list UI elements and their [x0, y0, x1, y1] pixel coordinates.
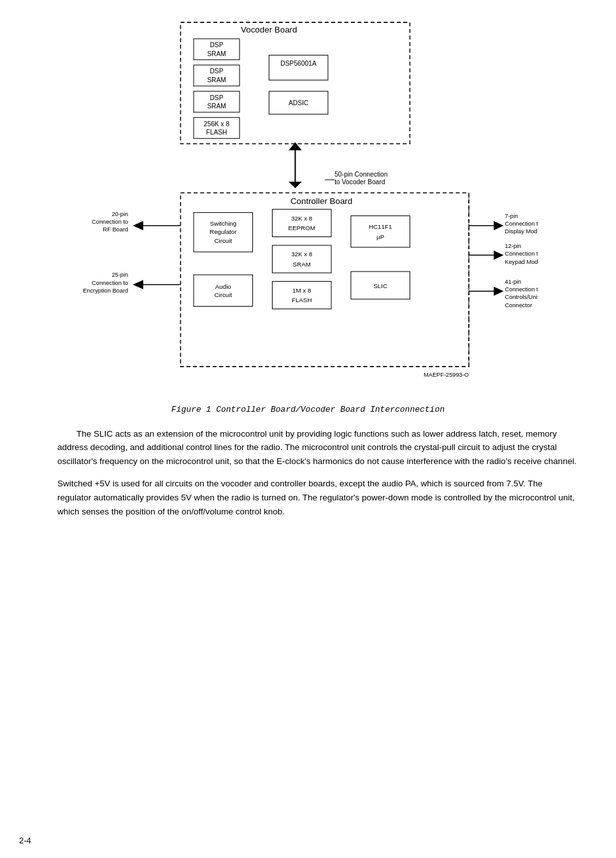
- adsic-label: ADSIC: [288, 99, 308, 106]
- conn-7pin-label: 7-pin: [505, 213, 518, 219]
- dsp-sram-2-label2: SRAM: [207, 76, 226, 84]
- audio-label: Audio: [215, 283, 231, 290]
- svg-marker-20: [133, 221, 143, 230]
- conn-20pin-label3: RF Board: [103, 226, 128, 233]
- svg-rect-14: [272, 209, 331, 236]
- svg-rect-11: [180, 193, 469, 367]
- conn-50pin-label: 50-pin Connection: [334, 171, 388, 178]
- sram32k-label: 32K x 8: [291, 251, 312, 258]
- circuit-diagram: Vocoder Board DSP SRAM DSP SRAM DSP SRAM…: [79, 19, 538, 400]
- paragraph-2: Switched +5V is used for all circuits on…: [57, 477, 578, 518]
- dsp-sram-2-label: DSP: [210, 68, 223, 75]
- slic-label: SLIC: [373, 282, 387, 289]
- flash-256-label2: FLASH: [206, 129, 227, 136]
- conn-41pin-label2: Connection to: [505, 286, 537, 293]
- diagram-area: Vocoder Board DSP SRAM DSP SRAM DSP SRAM…: [19, 19, 597, 414]
- switching-label2: Regulator: [210, 228, 237, 235]
- vocoder-board-label: Vocoder Board: [241, 25, 297, 34]
- conn-41pin-label: 41-pin: [505, 279, 521, 285]
- conn-25pin-label: 25-pin: [111, 272, 128, 278]
- flash1m-label: 1M x 8: [292, 287, 311, 294]
- flash-256-label: 256K x 8: [203, 120, 229, 127]
- svg-marker-22: [133, 280, 143, 289]
- conn-12pin-label: 12-pin: [505, 243, 521, 249]
- conn-41pin-label3: Controls/Universal: [505, 294, 537, 300]
- conn-7pin-label3: Display Module: [505, 228, 537, 235]
- dsp-sram-3-label: DSP: [210, 94, 223, 101]
- svg-marker-24: [494, 221, 503, 230]
- controller-board-label: Controller Board: [290, 196, 352, 206]
- dsp56001a-label: DSP56001A: [280, 60, 317, 67]
- hc11f1-label2: µP: [376, 233, 384, 240]
- svg-rect-16: [272, 281, 331, 309]
- dsp-sram-1-label2: SRAM: [207, 50, 226, 57]
- eeprom-label: 32K x 8: [291, 215, 312, 222]
- dsp-sram-1-label: DSP: [210, 41, 223, 48]
- conn-41pin-label4: Connector: [505, 302, 532, 309]
- eeprom-label2: EEPROM: [288, 224, 315, 231]
- page-number: 2-4: [19, 836, 31, 845]
- dsp-sram-3-label2: SRAM: [207, 103, 226, 110]
- conn-12pin-label3: Keypad Module: [505, 259, 537, 265]
- maepf-label: MAEPF-25993-O: [424, 372, 469, 378]
- conn-12pin-label2: Connection to: [505, 251, 537, 257]
- sram32k-label2: SRAM: [292, 261, 310, 268]
- audio-label2: Circuit: [214, 291, 232, 298]
- svg-marker-28: [494, 287, 503, 296]
- hc11f1-label: HC11F1: [368, 223, 391, 230]
- body-text: The SLIC acts as an extension of the mic…: [19, 427, 597, 519]
- svg-rect-5: [269, 55, 328, 80]
- svg-rect-15: [272, 245, 331, 273]
- page-container: Vocoder Board DSP SRAM DSP SRAM DSP SRAM…: [0, 0, 616, 858]
- switching-label3: Circuit: [214, 237, 232, 244]
- svg-rect-17: [350, 216, 410, 247]
- svg-marker-9: [289, 182, 302, 188]
- conn-25pin-label3: Encryption Board: [83, 287, 128, 294]
- flash1m-label2: FLASH: [291, 296, 311, 303]
- conn-7pin-label2: Connection to: [505, 221, 537, 227]
- conn-25pin-label2: Connection to: [92, 280, 128, 286]
- conn-20pin-label: 20-pin: [111, 211, 128, 217]
- svg-marker-26: [494, 251, 503, 259]
- switching-label: Switching: [210, 220, 236, 227]
- svg-rect-13: [194, 275, 253, 306]
- conn-50pin-label2: to Vocoder Board: [334, 178, 385, 185]
- paragraph-1: The SLIC acts as an extension of the mic…: [57, 427, 578, 469]
- figure-caption: Figure 1 Controller Board/Vocoder Board …: [19, 405, 597, 414]
- conn-20pin-label2: Connection to: [92, 219, 128, 225]
